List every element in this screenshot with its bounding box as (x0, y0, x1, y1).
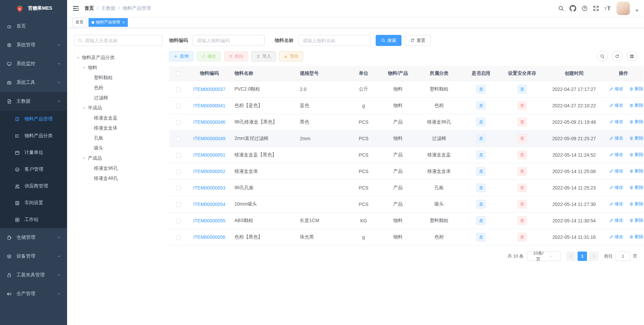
font-size-icon[interactable]: TT (604, 5, 611, 12)
row-checkbox[interactable] (176, 137, 181, 141)
row-delete-button[interactable]: 删除 (629, 184, 643, 191)
row-edit-button[interactable]: 修改 (609, 119, 623, 125)
material-code-link[interactable]: ITEM00000046 (193, 119, 225, 125)
tree-node[interactable]: 吸头 (74, 143, 162, 153)
fullscreen-icon[interactable] (593, 5, 599, 11)
row-edit-button[interactable]: 修改 (609, 234, 623, 240)
sidebar-item-home[interactable]: 首页 (0, 17, 67, 36)
sidebar-item-material-product-category[interactable]: 物料产品分类 (0, 127, 67, 144)
row-checkbox[interactable] (176, 186, 181, 191)
row-edit-button[interactable]: 修改 (609, 184, 623, 191)
export-button[interactable]: 导出 (279, 51, 303, 61)
row-checkbox[interactable] (176, 169, 181, 174)
row-delete-button[interactable]: 删除 (629, 86, 643, 92)
row-edit-button[interactable]: 修改 (609, 135, 623, 141)
add-button[interactable]: 新增 (169, 51, 193, 61)
row-checkbox[interactable] (176, 235, 181, 240)
row-delete-button[interactable]: 删除 (629, 119, 643, 125)
caret-down-icon[interactable] (82, 156, 87, 161)
row-checkbox[interactable] (176, 120, 181, 125)
row-delete-button[interactable]: 删除 (629, 102, 643, 108)
import-button[interactable]: 导入 (252, 51, 276, 61)
material-name-input[interactable] (298, 35, 370, 46)
material-code-link[interactable]: ITEM00000051 (193, 152, 225, 158)
sidebar-item-system-tools[interactable]: 系统工具 (0, 73, 67, 92)
show-search-toggle-button[interactable] (597, 51, 608, 62)
hamburger-icon[interactable] (72, 5, 79, 12)
material-code-link[interactable]: ITEM00000056 (193, 234, 225, 240)
caret-down-icon[interactable] (76, 55, 80, 60)
prev-page-button[interactable] (566, 252, 576, 261)
row-delete-button[interactable]: 删除 (629, 152, 643, 158)
github-icon[interactable] (570, 5, 576, 12)
material-code-link[interactable]: ITEM00000049 (193, 136, 225, 141)
avatar[interactable] (616, 2, 630, 15)
tree-node[interactable]: 移液盒盒体 (74, 123, 162, 133)
row-delete-button[interactable]: 删除 (629, 168, 643, 174)
row-edit-button[interactable]: 修改 (609, 152, 623, 158)
sidebar-item-fixture-management[interactable]: 工装夹具管理 (0, 266, 67, 284)
refresh-table-button[interactable] (612, 51, 623, 62)
page-size-select[interactable]: 10条/页 (527, 252, 560, 261)
logo[interactable]: K 苦糖果MES (0, 0, 67, 17)
tree-node[interactable]: 移液盒48孔 (74, 173, 162, 183)
search-icon[interactable] (558, 5, 564, 11)
material-code-link[interactable]: ITEM00000053 (193, 185, 225, 191)
sidebar-item-workshop-settings[interactable]: 车间设置 (0, 195, 67, 211)
row-edit-button[interactable]: 修改 (609, 201, 623, 207)
search-button[interactable]: 搜索 (376, 35, 401, 46)
row-checkbox[interactable] (176, 153, 181, 158)
tab-home[interactable]: 首页 (72, 18, 87, 27)
select-all-checkbox[interactable] (176, 71, 181, 76)
tree-node[interactable]: 色粉 (74, 83, 162, 93)
tree-node[interactable]: 移液盒盒盖 (74, 113, 162, 123)
tree-node[interactable]: 塑料颗粒 (74, 73, 162, 83)
sidebar-item-workstation[interactable]: 工作站 (0, 211, 67, 228)
row-delete-button[interactable]: 删除 (629, 234, 643, 240)
row-edit-button[interactable]: 修改 (609, 168, 623, 174)
tree-node[interactable]: 物料及产品分类 (74, 53, 162, 63)
material-code-input[interactable] (193, 35, 265, 46)
sidebar-item-system-monitor[interactable]: 系统监控 (0, 54, 67, 73)
caret-down-icon[interactable] (82, 106, 87, 110)
close-icon[interactable]: × (122, 20, 125, 24)
tree-node[interactable]: 产成品 (74, 153, 162, 163)
page-number-button[interactable]: 1 (578, 252, 587, 261)
tree-node[interactable]: 过滤棉 (74, 93, 162, 103)
delete-button[interactable]: 删除 (224, 51, 248, 61)
tree-search-input[interactable] (85, 38, 158, 43)
material-code-link[interactable]: ITEM00000041 (193, 103, 225, 108)
row-edit-button[interactable]: 修改 (609, 86, 623, 92)
breadcrumb-master-data[interactable]: 主数据 (101, 5, 115, 11)
tree-node[interactable]: 移液盒96孔 (74, 163, 162, 173)
sidebar-item-customer-management[interactable]: 客户管理 (0, 161, 67, 178)
edit-button[interactable]: 修改 (197, 51, 221, 61)
tree-node[interactable]: 半成品 (74, 103, 162, 113)
breadcrumb-home[interactable]: 首页 (85, 5, 94, 11)
material-code-link[interactable]: ITEM00000037 (193, 87, 225, 92)
row-edit-button[interactable]: 修改 (609, 217, 623, 223)
sidebar-item-measure-unit[interactable]: 计量单位 (0, 144, 67, 161)
row-checkbox[interactable] (176, 104, 181, 108)
row-delete-button[interactable]: 删除 (629, 217, 643, 223)
sidebar-item-warehouse-management[interactable]: 仓储管理 (0, 228, 67, 247)
goto-page-input[interactable] (615, 252, 630, 261)
help-icon[interactable] (582, 5, 588, 11)
sidebar-item-system-management[interactable]: 系统管理 (0, 36, 67, 54)
sidebar-item-material-product-management[interactable]: 物料产品管理 (0, 111, 67, 127)
material-code-link[interactable]: ITEM00000055 (193, 218, 225, 223)
caret-down-icon[interactable] (82, 65, 87, 70)
row-checkbox[interactable] (176, 219, 181, 223)
material-code-link[interactable]: ITEM00000054 (193, 202, 225, 207)
tab-material-product-management[interactable]: 物料产品管理 × (89, 18, 128, 27)
material-code-link[interactable]: ITEM00000052 (193, 169, 225, 174)
column-settings-button[interactable] (627, 51, 637, 62)
row-checkbox[interactable] (176, 202, 181, 207)
row-checkbox[interactable] (176, 87, 181, 92)
reset-button[interactable]: 重置 (405, 35, 431, 46)
caret-down-icon[interactable] (635, 10, 639, 12)
row-delete-button[interactable]: 删除 (629, 201, 643, 207)
sidebar-item-production-management[interactable]: 生产管理 (0, 284, 67, 303)
sidebar-item-master-data[interactable]: 主数据 (0, 92, 67, 111)
row-delete-button[interactable]: 删除 (629, 135, 643, 141)
